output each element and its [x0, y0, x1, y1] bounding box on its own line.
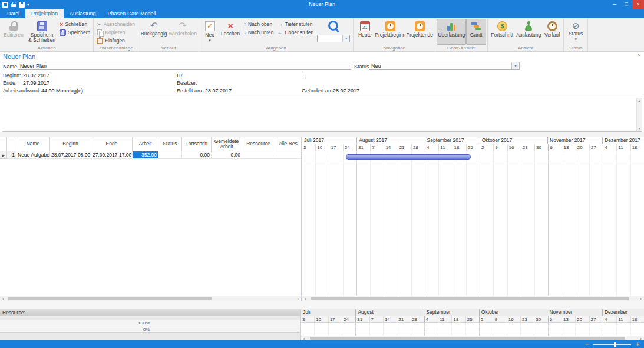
search-icon[interactable] — [327, 20, 340, 33]
undo-icon: ↶ — [150, 21, 157, 30]
neu-button[interactable]: ✓ Neu ▾ — [200, 19, 219, 45]
resource-splitter[interactable] — [0, 301, 644, 309]
quick-access-dropdown-icon[interactable]: ▾ — [27, 2, 29, 8]
status-dropdown-button[interactable]: ⊘ Status ▾ — [565, 19, 586, 45]
scroll-right-icon[interactable]: ► — [296, 296, 301, 301]
zoom-slider-thumb[interactable] — [614, 342, 616, 347]
tab-auslastung[interactable]: Auslastung — [64, 9, 102, 18]
timeline-grid-column — [479, 323, 493, 336]
nach-oben-button[interactable]: ↑ Nach oben — [242, 21, 275, 28]
column-header-fortschritt[interactable]: Fortschritt — [182, 137, 212, 151]
cell-gemeldete-arbeit[interactable]: 0,00 — [212, 151, 242, 159]
column-header-gemeldete-arbeit[interactable]: Gemeldete Arbeit — [212, 137, 242, 151]
scrollbar-thumb[interactable] — [8, 297, 212, 300]
gantt-task-bar[interactable] — [346, 154, 471, 160]
minimize-button[interactable]: ─ — [609, 0, 620, 9]
timeline-day-label: 7 — [370, 144, 384, 151]
nach-unten-button[interactable]: ↓ Nach unten — [242, 29, 275, 36]
column-header-arbeit[interactable]: Arbeit — [133, 137, 158, 151]
timeline-grid-column — [493, 323, 506, 336]
cell-arbeit-selected[interactable]: 352,00 — [133, 151, 158, 159]
resource-horizontal-scrollbar[interactable]: ◄ ► — [301, 336, 644, 340]
scrollbar-thumb[interactable] — [310, 337, 626, 340]
fortschritt-button[interactable]: $ Fortschritt — [489, 19, 515, 45]
app-icon[interactable] — [2, 2, 8, 8]
timeline-grid-column — [411, 151, 425, 296]
collapse-chevron-icon[interactable]: ^ — [638, 53, 640, 59]
column-header-beginn[interactable]: Beginn — [50, 137, 91, 151]
cell-ende[interactable]: 27.09.2017 17:00 — [91, 151, 133, 159]
cell-beginn[interactable]: 28.07.2017 08:00 — [50, 151, 91, 159]
grid-horizontal-scrollbar[interactable]: ◄ ► — [0, 296, 301, 301]
status-select[interactable]: Neu ▾ — [369, 62, 520, 70]
gantt-grid-columns — [302, 151, 644, 296]
zoom-in-button[interactable]: + — [636, 341, 639, 348]
maximize-button[interactable]: □ — [620, 0, 632, 9]
scrollbar-thumb[interactable] — [311, 297, 629, 300]
scroll-right-icon[interactable]: ► — [639, 296, 644, 301]
new-task-icon: ✓ — [205, 21, 215, 31]
verlauf-button[interactable]: Verlauf — [542, 19, 562, 45]
scroll-down-icon[interactable]: ▼ — [637, 126, 642, 131]
hoeher-stufen-button[interactable]: ← Höher stufen — [276, 29, 316, 36]
name-input[interactable] — [18, 62, 351, 70]
scroll-right-icon[interactable]: ► — [639, 336, 644, 340]
column-header-alle-res[interactable]: Alle Res — [275, 137, 301, 151]
schliessen-button[interactable]: × Schließen — [58, 21, 92, 28]
column-header-ende[interactable]: Ende — [91, 137, 133, 151]
cell-fortschritt[interactable]: 0,00 — [182, 151, 212, 159]
chevron-down-icon: ▾ — [511, 62, 519, 69]
resource-chart-pane: JuliAugustSeptemberOktoberNovemberDezemb… — [301, 309, 644, 340]
heute-button[interactable]: 31 Heute — [355, 19, 375, 45]
zoom-out-button[interactable]: − — [585, 341, 589, 348]
application-window: ▾ Neuer Plan ─ □ × Datei Projektplan Aus… — [0, 0, 644, 348]
einfuegen-button[interactable]: Einfügen — [95, 37, 137, 44]
scroll-up-icon[interactable]: ▲ — [637, 98, 642, 104]
loeschen-button[interactable]: × Löschen — [219, 19, 242, 45]
tab-projektplan[interactable]: Projektplan — [25, 9, 64, 18]
tiefer-stufen-button[interactable]: → Tiefer stufen — [276, 21, 316, 28]
ueberlastung-toggle-button[interactable]: Überlastung — [437, 19, 466, 45]
tab-datei[interactable]: Datei — [1, 9, 25, 18]
column-header-name[interactable]: Name — [16, 137, 50, 151]
horizontal-splitter[interactable] — [0, 132, 644, 137]
timeline-grid-column — [576, 151, 589, 296]
column-header-status[interactable]: Status — [158, 137, 182, 151]
save-icon[interactable] — [19, 2, 25, 8]
lock-icon[interactable] — [11, 2, 16, 8]
scroll-left-icon[interactable]: ◄ — [301, 336, 306, 340]
gantt-horizontal-scrollbar[interactable]: ◄ ► — [302, 296, 644, 301]
gantt-pane: Juli 2017August 2017September 2017Oktobe… — [302, 137, 644, 301]
description-textarea[interactable]: ▲ ▼ — [2, 98, 642, 132]
cell-name[interactable]: Neue Aufgabe — [16, 151, 50, 159]
cell-alle-res[interactable] — [275, 151, 301, 159]
timeline-grid-column — [507, 323, 520, 336]
cell-ressource[interactable] — [242, 151, 275, 159]
gantt-toggle-button[interactable]: Gantt — [466, 19, 486, 45]
projektbeginn-button[interactable]: Projektbeginn — [375, 19, 405, 45]
timeline-grid-column — [603, 151, 616, 296]
tab-phasen-gate-modell[interactable]: Phasen-Gate Modell — [102, 9, 162, 18]
timeline-grid-column — [424, 323, 438, 336]
cell-status[interactable] — [158, 151, 182, 159]
zoom-slider[interactable] — [593, 344, 631, 345]
scroll-left-icon[interactable]: ◄ — [302, 296, 308, 301]
column-header-ressource[interactable]: Ressource — [242, 137, 275, 151]
speichern-button[interactable]: Speichern — [58, 29, 92, 36]
timeline-month-label: Juli 2017 — [302, 137, 356, 144]
combobox-field[interactable] — [318, 35, 342, 42]
rueckgaengig-button[interactable]: ↶ Rückgängig — [140, 19, 168, 45]
task-filter-combobox[interactable]: ▾ — [317, 35, 350, 42]
projektende-button[interactable]: Projektende — [405, 19, 434, 45]
table-row[interactable]: ▶ 1 Neue Aufgabe 28.07.2017 08:00 27.09.… — [0, 151, 301, 159]
speichern-und-schliessen-button[interactable]: Speichern & Schließen — [26, 19, 58, 45]
timeline-day-label: 13 — [562, 316, 575, 322]
speichern-label: Speichern — [68, 29, 90, 35]
description-scrollbar[interactable]: ▲ ▼ — [636, 98, 642, 131]
auslastung-button[interactable]: Auslastung — [515, 19, 542, 45]
chevron-down-icon[interactable]: ▾ — [342, 35, 349, 42]
statusbar: − + — [0, 340, 644, 348]
close-button[interactable]: × — [632, 0, 644, 9]
timeline-grid-column — [603, 323, 616, 336]
scroll-left-icon[interactable]: ◄ — [0, 296, 5, 301]
